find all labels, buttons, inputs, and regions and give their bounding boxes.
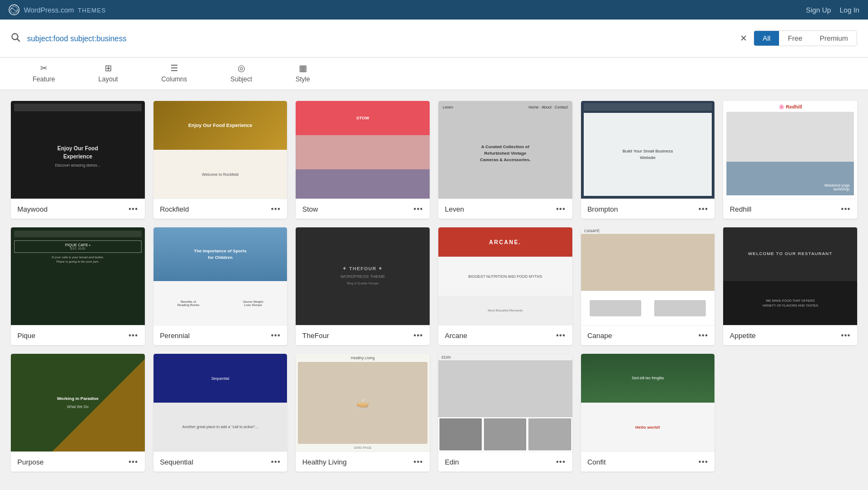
theme-name: Edin xyxy=(445,458,459,466)
subject-filter-button[interactable]: ◎ Subject xyxy=(209,58,274,90)
theme-preview: STOW xyxy=(296,101,430,199)
theme-preview: WELCOME TO OUR RESTAURANT WE MAKE FOOD T… xyxy=(723,227,857,325)
brand-text: WordPress.com THEMES xyxy=(24,6,106,14)
theme-preview: ✦ THEFOUR ✦ WORDPRESS THEME Blog & Quali… xyxy=(296,227,430,325)
theme-preview: Enjoy Our Food Experience Welcome to Roc… xyxy=(154,101,288,199)
theme-preview: CANAPÉ xyxy=(581,227,715,325)
theme-card[interactable]: WELCOME TO OUR RESTAURANT WE MAKE FOOD T… xyxy=(723,227,857,345)
theme-preview: 🌸 Redhill Weekend yogaworkshop xyxy=(723,101,857,199)
theme-name: Sequential xyxy=(160,458,193,466)
theme-info: Leven ••• xyxy=(438,199,572,219)
theme-card[interactable]: Healthy Living 🥧 GRID PAGE Healthy Livin… xyxy=(296,354,430,472)
theme-name: Confit xyxy=(588,458,606,466)
feature-filter-button[interactable]: ✂ Feature xyxy=(11,58,76,90)
theme-preview: EDIN xyxy=(438,354,572,451)
theme-more-button[interactable]: ••• xyxy=(413,457,423,466)
theme-more-button[interactable]: ••• xyxy=(556,457,566,466)
theme-name: Stow xyxy=(302,205,318,213)
theme-info: Pique ••• xyxy=(11,325,145,345)
theme-info: Maywood ••• xyxy=(11,199,145,219)
filter-all-button[interactable]: All xyxy=(754,31,779,46)
theme-name: Redhill xyxy=(730,205,751,213)
theme-more-button[interactable]: ••• xyxy=(841,331,851,340)
theme-info: Purpose ••• xyxy=(11,451,145,472)
theme-info: Healthy Living ••• xyxy=(296,451,430,472)
theme-more-button[interactable]: ••• xyxy=(556,205,566,213)
theme-info: Confit ••• xyxy=(581,451,715,472)
theme-preview: Leven Home · About · Contact A Curated C… xyxy=(438,101,572,199)
layout-filter-button[interactable]: ⊞ Layout xyxy=(76,58,139,90)
theme-name: Rockfield xyxy=(160,205,189,213)
theme-name: Purpose xyxy=(17,458,43,466)
theme-info: Arcane ••• xyxy=(438,325,572,345)
theme-card[interactable]: CANAPÉ Canape ••• xyxy=(581,227,715,345)
theme-card[interactable]: Build Your Small BusinessWebsite Brompto… xyxy=(581,101,715,219)
filter-free-button[interactable]: Free xyxy=(779,31,811,46)
theme-card[interactable]: ✦ THEFOUR ✦ WORDPRESS THEME Blog & Quali… xyxy=(296,227,430,345)
columns-label: Columns xyxy=(161,75,187,83)
theme-more-button[interactable]: ••• xyxy=(271,457,281,466)
theme-card[interactable]: Sed elit leo fringilla Hello world! Conf… xyxy=(581,354,715,472)
theme-name: Canape xyxy=(588,332,612,340)
filter-bar: ✂ Feature ⊞ Layout ☰ Columns ◎ Subject ▦… xyxy=(0,58,868,90)
theme-name: TheFour xyxy=(302,332,329,340)
theme-info: Canape ••• xyxy=(581,325,715,345)
theme-more-button[interactable]: ••• xyxy=(413,331,423,340)
clear-search-button[interactable]: ✕ xyxy=(740,33,747,43)
search-query: subject:food subject:business xyxy=(27,34,126,43)
theme-more-button[interactable]: ••• xyxy=(271,205,281,213)
nav-brand: WordPress.com THEMES xyxy=(9,4,106,15)
theme-preview: Sequential Another great place to add a … xyxy=(154,354,288,451)
search-icon xyxy=(11,33,21,44)
theme-card[interactable]: Enjoy Our Food Experience Welcome to Roc… xyxy=(154,101,288,219)
theme-card[interactable]: PIQUE CAFE • EST. 2015 If your cafe is y… xyxy=(11,227,145,345)
columns-icon: ☰ xyxy=(170,63,178,73)
theme-more-button[interactable]: ••• xyxy=(129,457,138,466)
theme-more-button[interactable]: ••• xyxy=(556,331,566,340)
layout-icon: ⊞ xyxy=(105,63,112,73)
theme-card[interactable]: ARCANE. BIGGEST NUTRITION AND FOOD MYTHS… xyxy=(438,227,572,345)
theme-more-button[interactable]: ••• xyxy=(413,205,423,213)
search-bar: subject:food subject:business ✕ All Free… xyxy=(0,20,868,58)
theme-grid: Enjoy Our FoodExperience Discover amazin… xyxy=(0,90,868,482)
theme-name: Perennial xyxy=(160,332,190,340)
log-in-link[interactable]: Log In xyxy=(840,6,859,14)
style-filter-button[interactable]: ▦ Style xyxy=(274,58,332,90)
feature-icon: ✂ xyxy=(40,63,47,73)
theme-card[interactable]: 🌸 Redhill Weekend yogaworkshop Redhill •… xyxy=(723,101,857,219)
top-navigation: WordPress.com THEMES Sign Up Log In xyxy=(0,0,868,20)
theme-preview: PIQUE CAFE • EST. 2015 If your cafe is y… xyxy=(11,227,145,325)
theme-more-button[interactable]: ••• xyxy=(271,331,281,340)
theme-preview: Healthy Living 🥧 GRID PAGE xyxy=(296,354,430,451)
theme-more-button[interactable]: ••• xyxy=(841,205,851,213)
theme-card[interactable]: Working in Paradise What We Do Purpose •… xyxy=(11,354,145,472)
search-input[interactable]: subject:food subject:business xyxy=(27,34,733,43)
wordpress-logo xyxy=(9,4,20,15)
theme-more-button[interactable]: ••• xyxy=(699,457,709,466)
layout-label: Layout xyxy=(98,75,118,83)
theme-card[interactable]: Enjoy Our FoodExperience Discover amazin… xyxy=(11,101,145,219)
columns-filter-button[interactable]: ☰ Columns xyxy=(139,58,208,90)
theme-name: Arcane xyxy=(445,332,467,340)
style-label: Style xyxy=(296,75,310,83)
theme-name: Healthy Living xyxy=(302,458,347,466)
theme-preview: Working in Paradise What We Do xyxy=(11,354,145,451)
theme-card[interactable]: EDIN Edin ••• xyxy=(438,354,572,472)
theme-card[interactable]: The Importance of Sportsfor Children Ben… xyxy=(154,227,288,345)
theme-card[interactable]: Leven Home · About · Contact A Curated C… xyxy=(438,101,572,219)
theme-card[interactable]: STOW Stow ••• xyxy=(296,101,430,219)
theme-info: Perennial ••• xyxy=(154,325,288,345)
filter-premium-button[interactable]: Premium xyxy=(811,31,857,46)
theme-name: Brompton xyxy=(588,205,618,213)
theme-more-button[interactable]: ••• xyxy=(129,205,138,213)
theme-more-button[interactable]: ••• xyxy=(129,331,138,340)
nav-links: Sign Up Log In xyxy=(806,6,859,14)
theme-preview: The Importance of Sportsfor Children Ben… xyxy=(154,227,288,325)
theme-info: Brompton ••• xyxy=(581,199,715,219)
theme-more-button[interactable]: ••• xyxy=(699,205,709,213)
theme-card[interactable]: Sequential Another great place to add a … xyxy=(154,354,288,472)
subject-label: Subject xyxy=(231,75,252,83)
theme-more-button[interactable]: ••• xyxy=(699,331,709,340)
theme-info: Sequential ••• xyxy=(154,451,288,472)
sign-up-link[interactable]: Sign Up xyxy=(806,6,831,14)
